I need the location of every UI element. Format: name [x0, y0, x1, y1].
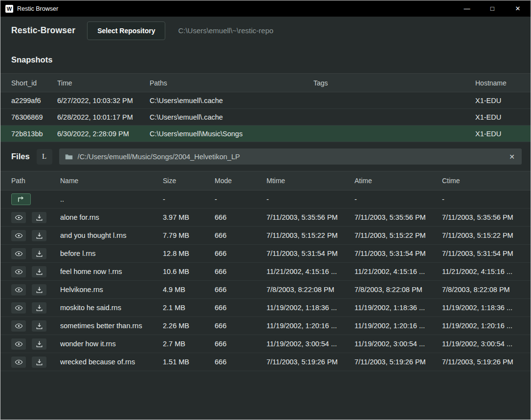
- file-mtime: 7/11/2003, 5:19:26 PM: [266, 358, 354, 366]
- file-atime: 11/19/2002, 1:20:16 ...: [354, 322, 442, 330]
- file-name: alone for.rns: [60, 213, 163, 221]
- eye-icon: [15, 359, 23, 365]
- eye-icon: [15, 323, 23, 329]
- file-row[interactable]: moskito he said.rns 2.1 MB 666 11/19/200…: [0, 299, 531, 317]
- file-size: 2.26 MB: [163, 322, 215, 330]
- eye-icon: [15, 269, 23, 275]
- snapshot-short-id: 76306869: [11, 113, 57, 121]
- file-ctime: 7/8/2003, 8:22:08 PM: [442, 286, 520, 294]
- file-name: ..: [60, 195, 163, 203]
- snapshot-row[interactable]: a2299af6 6/27/2022, 10:03:32 PM C:\Users…: [0, 92, 531, 109]
- path-breadcrumb-field[interactable]: /C:/Users/emuell/Music/Songs/2004_Helvet…: [59, 148, 522, 165]
- minimize-button[interactable]: —: [454, 0, 480, 17]
- snapshot-hostname: X1-EDU: [475, 97, 520, 105]
- snapshot-time: 6/28/2022, 10:01:17 PM: [57, 113, 150, 121]
- file-ctime: 7/11/2003, 5:19:26 PM: [442, 358, 520, 366]
- download-icon: [36, 304, 43, 312]
- file-size: 2.7 MB: [163, 340, 215, 348]
- file-mtime: 11/19/2002, 1:20:16 ...: [266, 322, 354, 330]
- download-file-button[interactable]: [32, 248, 46, 259]
- file-name: and you thought l.rns: [60, 231, 163, 239]
- eye-icon: [15, 232, 23, 239]
- file-ctime: 11/19/2002, 1:18:36 ...: [442, 304, 520, 312]
- file-atime: 7/11/2003, 5:19:26 PM: [354, 358, 442, 366]
- file-ctime: 7/11/2003, 5:31:54 PM: [442, 250, 520, 257]
- preview-file-button[interactable]: [11, 320, 26, 332]
- col-header-mtime: Mtime: [266, 177, 354, 185]
- file-name: wrecked because of.rns: [60, 358, 163, 366]
- download-file-button[interactable]: [32, 320, 46, 332]
- eye-icon: [15, 287, 23, 293]
- download-file-button[interactable]: [32, 284, 46, 295]
- download-file-button[interactable]: [32, 338, 46, 350]
- download-file-button[interactable]: [32, 302, 46, 314]
- file-name: feel home now !.rns: [60, 268, 163, 275]
- file-mode: -: [215, 195, 266, 203]
- snapshot-row-selected[interactable]: 72b813bb 6/30/2022, 2:28:09 PM C:\Users\…: [0, 126, 531, 142]
- snapshots-section-title: Snapshots: [0, 44, 531, 73]
- download-icon: [36, 358, 43, 366]
- preview-file-button[interactable]: [11, 230, 26, 241]
- snapshot-time: 6/27/2022, 10:03:32 PM: [57, 97, 150, 105]
- select-repository-button[interactable]: Select Repository: [87, 21, 165, 40]
- file-mtime: 7/11/2003, 5:31:54 PM: [266, 250, 354, 257]
- clear-path-icon[interactable]: ✕: [508, 153, 516, 161]
- file-row[interactable]: wonder how it.rns 2.7 MB 666 11/19/2002,…: [0, 335, 531, 353]
- file-ctime: 11/19/2002, 3:00:54 ...: [442, 340, 520, 348]
- file-mtime: -: [266, 195, 354, 203]
- preview-file-button[interactable]: [11, 212, 26, 223]
- col-header-tags: Tags: [313, 79, 475, 87]
- go-up-directory-button[interactable]: [11, 193, 31, 205]
- file-mtime: 7/11/2003, 5:15:22 PM: [266, 231, 354, 239]
- preview-file-button[interactable]: [11, 338, 26, 350]
- snapshot-row[interactable]: 76306869 6/28/2022, 10:01:17 PM C:\Users…: [0, 109, 531, 126]
- file-row[interactable]: wrecked because of.rns 1.51 MB 666 7/11/…: [0, 353, 531, 371]
- file-mode: 666: [215, 286, 266, 294]
- download-icon: [36, 214, 43, 221]
- file-row[interactable]: alone for.rns 3.97 MB 666 7/11/2003, 5:3…: [0, 209, 531, 227]
- download-icon: [36, 232, 43, 239]
- file-size: 1.51 MB: [163, 358, 215, 366]
- file-row[interactable]: and you thought l.rns 7.79 MB 666 7/11/2…: [0, 227, 531, 245]
- preview-file-button[interactable]: [11, 248, 26, 259]
- col-header-short-id: Short_id: [11, 79, 57, 87]
- preview-file-button[interactable]: [11, 284, 26, 295]
- file-row-parent[interactable]: .. - - - - -: [0, 190, 531, 209]
- eye-icon: [15, 251, 23, 257]
- snapshot-paths: C:\Users\emuell\.cache: [150, 113, 313, 121]
- file-atime: 7/11/2003, 5:35:56 PM: [354, 213, 442, 221]
- col-header-mode: Mode: [215, 177, 266, 185]
- file-atime: 7/11/2003, 5:15:22 PM: [354, 231, 442, 239]
- file-size: 7.79 MB: [163, 231, 215, 239]
- file-row[interactable]: feel home now !.rns 10.6 MB 666 11/21/20…: [0, 263, 531, 281]
- preview-file-button[interactable]: [11, 266, 26, 277]
- download-file-button[interactable]: [32, 230, 46, 241]
- file-name: moskito he said.rns: [60, 304, 163, 312]
- file-row[interactable]: before l.rns 12.8 MB 666 7/11/2003, 5:31…: [0, 245, 531, 263]
- snapshot-paths: C:\Users\emuell\.cache: [150, 97, 313, 105]
- snapshot-short-id: 72b813bb: [11, 130, 57, 138]
- file-row[interactable]: sometimes better than.rns 2.26 MB 666 11…: [0, 317, 531, 335]
- list-mode-button[interactable]: L: [37, 149, 52, 165]
- col-header-name: Name: [60, 177, 163, 185]
- preview-file-button[interactable]: [11, 302, 26, 314]
- repository-path-field[interactable]: [177, 26, 520, 35]
- file-mode: 666: [215, 250, 266, 257]
- download-file-button[interactable]: [32, 357, 46, 368]
- col-header-path: Path: [11, 177, 60, 185]
- file-row[interactable]: Helvikone.rns 4.9 MB 666 7/8/2003, 8:22:…: [0, 281, 531, 299]
- file-mtime: 11/21/2002, 4:15:16 ...: [266, 268, 354, 275]
- file-size: 4.9 MB: [163, 286, 215, 294]
- file-ctime: 7/11/2003, 5:15:22 PM: [442, 231, 520, 239]
- preview-file-button[interactable]: [11, 357, 26, 368]
- download-file-button[interactable]: [32, 266, 46, 277]
- titlebar: W Restic Browser — □ ✕: [0, 0, 531, 17]
- download-file-button[interactable]: [32, 212, 46, 223]
- download-icon: [36, 322, 43, 330]
- file-mtime: 11/19/2002, 1:18:36 ...: [266, 304, 354, 312]
- close-button[interactable]: ✕: [505, 0, 531, 17]
- file-atime: 7/11/2003, 5:31:54 PM: [354, 250, 442, 257]
- maximize-button[interactable]: □: [480, 0, 505, 17]
- file-name: sometimes better than.rns: [60, 322, 163, 330]
- file-name: wonder how it.rns: [60, 340, 163, 348]
